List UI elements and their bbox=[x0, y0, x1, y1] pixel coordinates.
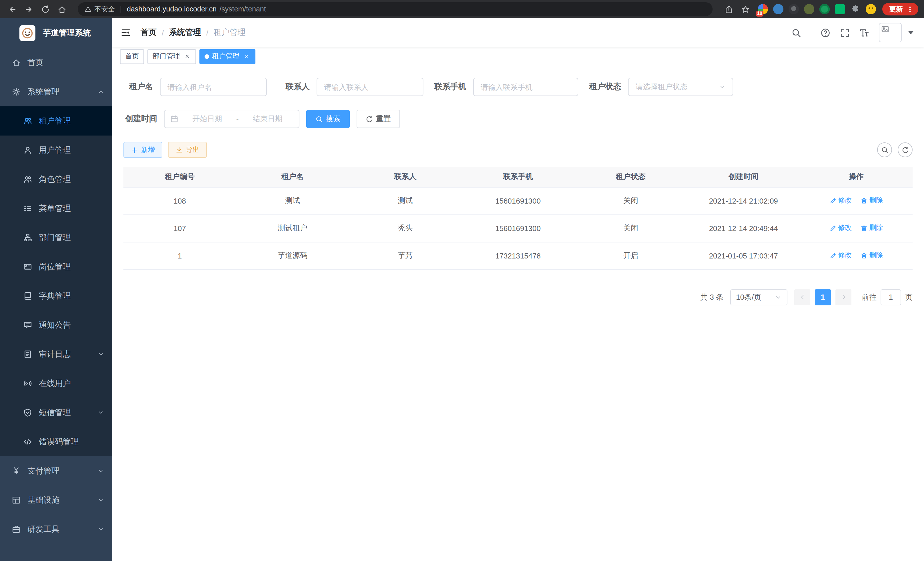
table-header-row: 租户编号租户名联系人联系手机租户状态创建时间操作 bbox=[123, 167, 913, 187]
edit-button[interactable]: 修改 bbox=[830, 251, 852, 260]
sidebar-item[interactable]: 短信管理 bbox=[0, 398, 112, 427]
tab[interactable]: 首页 bbox=[120, 49, 144, 64]
extension-icon-green-square[interactable] bbox=[835, 4, 845, 14]
contact-input[interactable] bbox=[316, 78, 423, 96]
extension-icon-olive[interactable] bbox=[804, 4, 814, 14]
sidebar-item[interactable]: 租户管理 bbox=[0, 106, 112, 135]
browser-update-button[interactable]: 更新 bbox=[882, 3, 918, 15]
browser-forward-button[interactable] bbox=[22, 3, 35, 15]
delete-button[interactable]: 删除 bbox=[861, 196, 883, 206]
sidebar-item[interactable]: 部门管理 bbox=[0, 223, 112, 252]
tab-close-icon[interactable] bbox=[183, 52, 191, 60]
caret-down-icon[interactable] bbox=[908, 31, 914, 34]
avatar[interactable] bbox=[879, 23, 902, 42]
status-select[interactable]: 请选择租户状态 bbox=[628, 78, 733, 96]
cell-tenant-id: 107 bbox=[123, 214, 236, 242]
refresh-table-button[interactable] bbox=[898, 142, 913, 157]
font-size-icon[interactable] bbox=[860, 28, 869, 38]
chevron-down-icon bbox=[719, 83, 726, 90]
browser-menu-icon[interactable] bbox=[906, 5, 914, 13]
goto-page-input[interactable] bbox=[880, 289, 901, 305]
update-label: 更新 bbox=[889, 4, 903, 14]
delete-button[interactable]: 删除 bbox=[861, 251, 883, 260]
toggle-search-button[interactable] bbox=[877, 142, 892, 157]
menu-item-label: 在线用户 bbox=[39, 378, 71, 389]
sidebar-item[interactable]: 支付管理 bbox=[0, 456, 112, 486]
reset-button-label: 重置 bbox=[376, 114, 391, 124]
sidebar-item[interactable]: 审计日志 bbox=[0, 340, 112, 369]
search-icon[interactable] bbox=[791, 28, 801, 38]
browser-home-button[interactable] bbox=[56, 3, 68, 15]
sidebar-item[interactable]: 菜单管理 bbox=[0, 194, 112, 223]
help-icon[interactable] bbox=[820, 28, 830, 38]
cell-status: 关闭 bbox=[574, 187, 687, 214]
tenant-table: 租户编号租户名联系人联系手机租户状态创建时间操作 108 测试 测试 15601… bbox=[123, 167, 913, 270]
trash-icon bbox=[861, 197, 867, 204]
search-button[interactable]: 搜索 bbox=[306, 110, 350, 128]
create-time-range-picker[interactable]: 开始日期 - 结束日期 bbox=[164, 110, 299, 128]
sidebar-item[interactable]: 基础设施 bbox=[0, 486, 112, 515]
extension-icon-green[interactable] bbox=[819, 4, 830, 14]
menu-chevron-icon bbox=[98, 89, 104, 95]
sidebar-item[interactable]: 岗位管理 bbox=[0, 252, 112, 281]
bookmark-star-icon[interactable] bbox=[739, 3, 752, 15]
menu-item-label: 角色管理 bbox=[39, 174, 71, 184]
page-number-1[interactable]: 1 bbox=[815, 289, 831, 305]
app-title: 芋道管理系统 bbox=[43, 28, 91, 38]
menu-chevron-icon bbox=[98, 409, 104, 416]
tenant-name-input[interactable] bbox=[160, 78, 267, 96]
share-icon[interactable] bbox=[722, 3, 735, 15]
next-page-button[interactable] bbox=[836, 289, 851, 305]
menu-item-label: 字典管理 bbox=[39, 291, 71, 301]
table-row: 1 芋道源码 芋艿 17321315478 开启 2021-01-05 17:0… bbox=[123, 242, 913, 269]
sidebar-item[interactable]: 通知公告 bbox=[0, 311, 112, 340]
delete-button[interactable]: 删除 bbox=[861, 223, 883, 233]
reset-button[interactable]: 重置 bbox=[357, 110, 400, 128]
edit-button[interactable]: 修改 bbox=[830, 196, 852, 206]
add-button-label: 新增 bbox=[141, 145, 155, 155]
sidebar-item[interactable]: 用户管理 bbox=[0, 135, 112, 165]
cell-actions: 修改 删除 bbox=[800, 214, 913, 242]
menu-item-icon bbox=[23, 204, 32, 213]
breadcrumb-system[interactable]: 系统管理 bbox=[169, 27, 201, 38]
sidebar-item[interactable]: 系统管理 bbox=[0, 77, 112, 106]
page-size-select[interactable]: 10条/页 bbox=[730, 289, 788, 305]
tab-close-icon[interactable] bbox=[242, 52, 250, 60]
phone-input[interactable] bbox=[473, 78, 578, 96]
divider bbox=[121, 6, 121, 13]
address-bar[interactable]: 不安全 dashboard.yudao.iocoder.cn/system/te… bbox=[78, 2, 712, 16]
sidebar-item[interactable]: 字典管理 bbox=[0, 281, 112, 311]
pagination-goto: 前往 页 bbox=[862, 289, 913, 305]
chevron-down-icon bbox=[775, 294, 782, 301]
sidebar-item[interactable]: 首页 bbox=[0, 48, 112, 77]
tab[interactable]: 租户管理 bbox=[200, 49, 255, 64]
browser-window: 不安全 dashboard.yudao.iocoder.cn/system/te… bbox=[0, 0, 924, 561]
app-logo[interactable]: 芋道管理系统 bbox=[0, 18, 112, 48]
edit-label: 修改 bbox=[838, 196, 852, 206]
extension-icon-yellow-face[interactable] bbox=[866, 4, 876, 14]
tab[interactable]: 部门管理 bbox=[147, 49, 196, 64]
export-button[interactable]: 导出 bbox=[168, 142, 207, 158]
fullscreen-icon[interactable] bbox=[840, 28, 850, 38]
menu-item-label: 菜单管理 bbox=[39, 203, 71, 214]
extension-icon-multicolor[interactable]: 10 bbox=[758, 4, 768, 14]
menu-chevron-icon bbox=[98, 497, 104, 503]
prev-page-button[interactable] bbox=[794, 289, 810, 305]
sidebar-item[interactable]: 错误码管理 bbox=[0, 427, 112, 456]
menu-item-icon bbox=[11, 58, 21, 67]
sidebar-item[interactable]: 在线用户 bbox=[0, 369, 112, 398]
sidebar-item[interactable]: 研发工具 bbox=[0, 515, 112, 544]
menu-item-icon bbox=[23, 292, 32, 300]
add-button[interactable]: 新增 bbox=[123, 142, 162, 158]
cell-tenant-id: 108 bbox=[123, 187, 236, 214]
extension-icon-dark[interactable] bbox=[789, 4, 799, 14]
browser-back-button[interactable] bbox=[6, 3, 18, 15]
extensions-puzzle-icon[interactable] bbox=[850, 4, 861, 14]
breadcrumb-home[interactable]: 首页 bbox=[141, 27, 157, 38]
edit-button[interactable]: 修改 bbox=[830, 223, 852, 233]
extension-icon-blue[interactable] bbox=[773, 4, 783, 14]
browser-reload-button[interactable] bbox=[39, 3, 51, 15]
sidebar-toggle-button[interactable] bbox=[112, 27, 140, 38]
sidebar-item[interactable]: 角色管理 bbox=[0, 165, 112, 194]
cell-created-time: 2021-01-05 17:03:47 bbox=[687, 242, 800, 269]
